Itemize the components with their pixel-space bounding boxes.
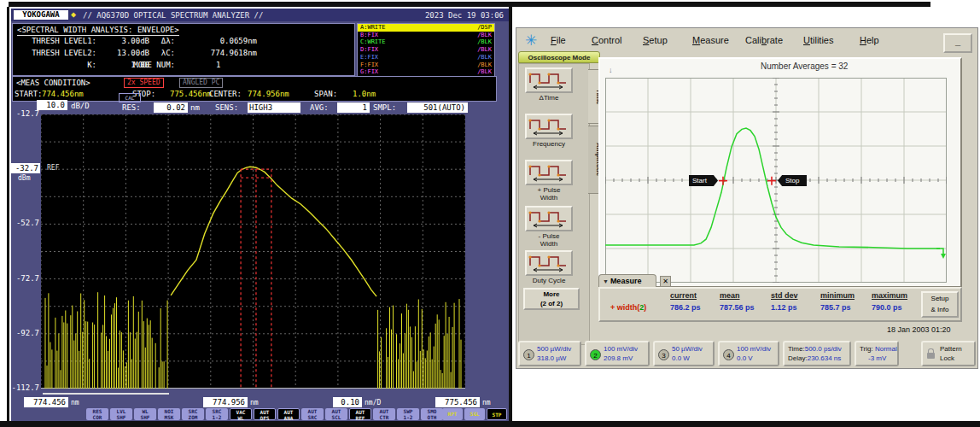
softkey-aut-ctr[interactable]: AUTCTR xyxy=(373,408,395,420)
softkey-line1: AUT xyxy=(325,408,347,414)
sens-label: SENS: xyxy=(215,103,238,112)
menu-help[interactable]: Help xyxy=(860,35,879,45)
tool-minus-pulse-width-button[interactable] xyxy=(525,206,573,231)
trace-row-b[interactable]: B:FIX/BLK xyxy=(358,32,494,39)
channel-3-button[interactable]: 350 µW/div0.0 W xyxy=(653,341,715,366)
softkey-res-cor[interactable]: RESCOR xyxy=(86,408,108,420)
left-frame-line xyxy=(7,7,9,421)
avg-value[interactable]: 1 xyxy=(337,102,370,113)
softkey-line1: SWP xyxy=(397,408,419,414)
scope-screen: ✳ FileControlSetupMeasureCalibrateUtilit… xyxy=(516,27,978,369)
measure-close-icon[interactable]: ✕ xyxy=(660,276,671,287)
trace-row-c[interactable]: C:WRITE/BLK xyxy=(358,38,494,46)
level-scale-value[interactable]: 10.0 xyxy=(37,100,67,110)
menu-measure[interactable]: Measure xyxy=(692,35,729,45)
agilent-spark-icon: ✳ xyxy=(525,32,537,50)
softkey-src-1-2[interactable]: SRC1-2 xyxy=(206,408,228,420)
smpl-value[interactable]: 501(AUTO) xyxy=(407,102,468,113)
analysis-row-value2: 1 xyxy=(216,61,242,69)
menu-calibrate[interactable]: Calibrate xyxy=(745,35,783,45)
duty-cycle-icon xyxy=(527,252,571,272)
pattern-lock-button[interactable]: Pattern Lock xyxy=(921,341,976,366)
start-cursor-tag[interactable]: Start xyxy=(689,175,718,186)
trace-mode: /BLK xyxy=(477,61,492,69)
softkey-wl-shf[interactable]: WLSHF xyxy=(134,408,156,420)
softkey-stp[interactable]: STP xyxy=(487,408,507,420)
softkey-aut-ref[interactable]: AUTREF xyxy=(349,408,371,420)
tool-minus-pulse-width-caption: - Pulse xyxy=(516,232,581,240)
measure-value-std-dev: 1.12 ps xyxy=(771,303,797,312)
channel-4-button[interactable]: 4100 mV/div0.0 V xyxy=(718,341,779,366)
timebase-button[interactable]: Time:500.0 ps/div Delay:230.634 ns xyxy=(783,341,851,366)
measure-value-current: 786.2 ps xyxy=(670,303,701,312)
tool-frequency-button[interactable] xyxy=(525,114,573,139)
trigger-button[interactable]: Trig: Normal -3 mV xyxy=(855,341,899,366)
stop-cursor-tag[interactable]: Stop xyxy=(778,175,807,186)
softkey-aut-ofs[interactable]: AUTOFS xyxy=(254,408,276,420)
setup-info-button[interactable]: Setup & Info xyxy=(921,291,959,318)
softkey-aut-scl[interactable]: AUTSCL xyxy=(325,408,347,420)
spectrum-trace-svg xyxy=(41,114,465,389)
softkey-line2: 1-2 xyxy=(397,414,419,420)
cal-badge: CAL xyxy=(119,93,141,102)
trace-mode: /BLK xyxy=(477,38,492,46)
trace-row-f[interactable]: F:FIX/BLK xyxy=(358,61,494,69)
softkey-smo-oth[interactable]: SMOOTH xyxy=(421,408,443,420)
res-value[interactable]: 0.02 xyxy=(154,102,188,113)
channel-scale: 100 mV/div xyxy=(737,345,771,353)
channel-2-button[interactable]: 2100 mV/div209.8 mV xyxy=(585,341,650,366)
analysis-row-label: THRESH LEVEL1: xyxy=(15,37,96,45)
softkey-aut-src[interactable]: AUTSRC xyxy=(301,408,324,420)
osa-model-title: // AQ6370D OPTICAL SPECTRUM ANALYZER // xyxy=(83,11,263,20)
sens-value[interactable]: HIGH3 xyxy=(248,102,300,113)
tool-delta-time-button[interactable] xyxy=(525,67,573,93)
measure-tab[interactable]: ▼ Measure xyxy=(598,274,656,288)
softkey-noi-msk[interactable]: NOIMSK xyxy=(158,408,180,420)
softkey-sgl[interactable]: SGL xyxy=(464,408,485,420)
trace-name: F:FIX xyxy=(360,61,378,69)
trigger-marker-icon: ↓ xyxy=(609,66,613,74)
analysis-row-label: THRESH LEVEL2: xyxy=(15,49,96,57)
analysis-panel: <SPECTRAL WIDTH ANALYSIS: ENVELOPE> THRE… xyxy=(12,23,355,76)
softkey-vac-wl[interactable]: VACWL xyxy=(230,408,252,420)
meas-field-value: 1.0nm xyxy=(353,90,376,98)
res-label: RES: xyxy=(122,103,141,112)
channel-scale: 500 µW/div xyxy=(537,345,571,353)
x-axis-value: 774.456 xyxy=(24,397,68,407)
menu-file[interactable]: File xyxy=(551,35,566,45)
softkey-rpt[interactable]: RPT xyxy=(442,408,463,420)
x-axis-unit: nm xyxy=(250,399,259,407)
trace-row-e[interactable]: E:FIX/BLK xyxy=(358,54,494,61)
more-button[interactable]: More (2 of 2) xyxy=(523,288,580,310)
softkey-label: STP xyxy=(487,409,506,421)
menu-control[interactable]: Control xyxy=(592,35,621,45)
x-axis-unit: nm xyxy=(71,399,79,407)
trace-name: G:FIX xyxy=(360,68,378,76)
softkey-aut-ana[interactable]: AUTANA xyxy=(277,408,300,420)
trace-row-g[interactable]: G:FIX/BLK xyxy=(358,68,494,76)
y-axis-label: -72.7 xyxy=(11,274,39,283)
y-axis-label: -112.7 xyxy=(11,383,39,392)
trace-row-d[interactable]: D:FIX/BLK xyxy=(358,46,494,54)
page: YOKOGAWA ◆ // AQ6370D OPTICAL SPECTRUM A… xyxy=(0,0,980,427)
tool-duty-cycle-button[interactable] xyxy=(525,250,573,276)
minimize-button[interactable]: _ xyxy=(943,33,972,53)
analysis-row: THRESH LEVEL2:13.00dBλC:774.9618nm xyxy=(13,49,354,59)
menu-utilities[interactable]: Utilities xyxy=(803,35,833,45)
ref-level-value: -32.7 xyxy=(11,163,40,173)
trace-name: E:FIX xyxy=(360,54,378,61)
channel-1-button[interactable]: 1500 µW/div318.0 µW xyxy=(518,341,581,366)
softkey-src-zom[interactable]: SRCZOM xyxy=(182,408,204,420)
softkey-lvl-shf[interactable]: LVLSHF xyxy=(110,408,132,420)
lock-icon xyxy=(927,353,935,359)
softkey-line1: AUT xyxy=(278,409,299,415)
softkey-swp-1-2[interactable]: SWP1-2 xyxy=(397,408,419,420)
trace-mode: /BLK xyxy=(477,68,492,76)
menu-setup[interactable]: Setup xyxy=(643,35,668,45)
sweep-progress-bar xyxy=(43,393,169,395)
oscilloscope-mode-tab[interactable]: Oscilloscope Mode xyxy=(518,51,600,63)
tool-plus-pulse-width-button[interactable] xyxy=(525,160,573,185)
softkey-line2: SHF xyxy=(110,414,132,420)
analysis-row-value2: 774.9618nm xyxy=(166,49,257,57)
trace-row-a[interactable]: A:WRITE/DSP xyxy=(358,24,494,32)
